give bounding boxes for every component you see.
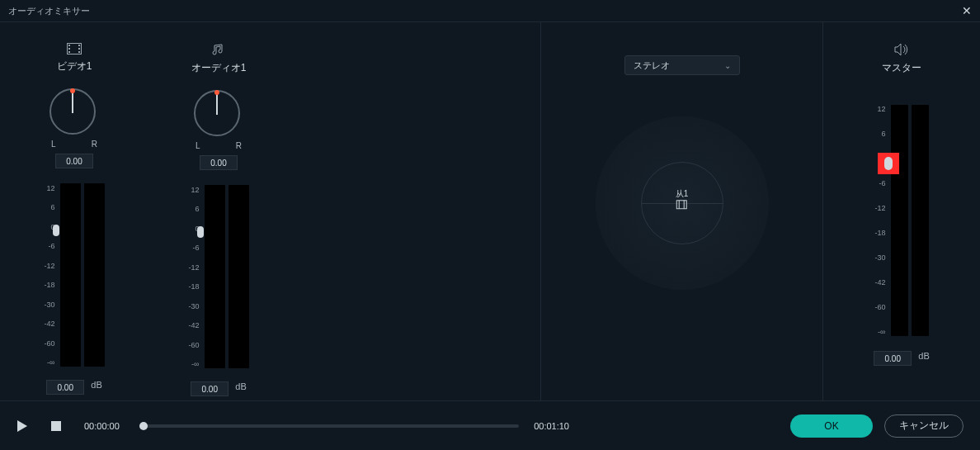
db-unit: dB: [918, 351, 929, 361]
master-meter-right: [912, 105, 929, 336]
svg-rect-6: [78, 51, 80, 53]
gain-slider[interactable]: [60, 183, 105, 367]
play-icon[interactable]: [16, 419, 28, 433]
pan-value[interactable]: 0.00: [55, 154, 93, 168]
channel-label: ビデオ1: [57, 59, 92, 73]
channel-label: オーディオ1: [191, 61, 247, 75]
db-unit: dB: [91, 380, 101, 390]
db-scale: 1260-6-12-18-30-42-60-∞: [44, 183, 54, 367]
playback-bar: 00:00:00 00:01:10 OK キャンセル: [0, 400, 980, 450]
db-scale: 1260-6-12-18-30-42-60-∞: [188, 185, 199, 368]
surround-field[interactable]: 从1: [596, 116, 769, 290]
surround-center-marker[interactable]: 从1: [676, 188, 689, 210]
meter-bar-right: [229, 185, 249, 368]
video-icon: [67, 43, 82, 54]
db-unit: dB: [235, 381, 246, 391]
stereo-dropdown[interactable]: ステレオ ⌄: [624, 55, 740, 75]
close-icon[interactable]: ✕: [962, 4, 972, 17]
meter-area: 1260-6-12-18-30-42-60-∞: [188, 185, 248, 368]
speaker-icon: [894, 43, 909, 56]
svg-rect-1: [68, 45, 70, 46]
channel-audio1: オーディオ1 LR 0.00 1260-6-12-18-30-42-60-∞ 0…: [169, 43, 268, 400]
chevron-down-icon: ⌄: [724, 61, 731, 70]
pan-lr-labels: LR: [196, 141, 242, 150]
progress-bar[interactable]: [139, 424, 519, 428]
master-meter-left: [891, 105, 908, 336]
channels-pane: ビデオ1 LR 0.00 1260-6-12-18-30-42-60-∞ 0.0…: [0, 22, 541, 400]
time-total: 00:01:10: [534, 421, 569, 431]
meter-area: 1260-6-12-18-30-42-60-∞: [44, 183, 104, 367]
gain-value[interactable]: 0.00: [191, 381, 229, 396]
meter-bar-left: [60, 183, 81, 367]
pan-knob[interactable]: [194, 90, 243, 140]
stop-icon[interactable]: [51, 421, 61, 431]
progress-knob[interactable]: [139, 422, 148, 430]
svg-rect-4: [78, 45, 80, 46]
master-db-scale: 1260-6-12-18-30-42-60-∞: [874, 105, 885, 336]
surround-pane: ステレオ ⌄ 从1: [541, 22, 823, 400]
svg-rect-5: [78, 48, 80, 50]
cancel-button[interactable]: キャンセル: [884, 414, 964, 438]
master-slider-knob[interactable]: [884, 157, 893, 170]
ok-button[interactable]: OK: [790, 414, 873, 438]
music-icon: [212, 43, 225, 56]
gain-value[interactable]: 0.00: [46, 380, 84, 395]
meter-bar-right: [84, 183, 105, 367]
meter-bar-left: [205, 185, 225, 368]
svg-rect-10: [51, 421, 61, 431]
channel-video1: ビデオ1 LR 0.00 1260-6-12-18-30-42-60-∞ 0.0…: [25, 43, 124, 400]
master-slider[interactable]: [891, 105, 929, 336]
window-title: オーディオミキサー: [8, 5, 90, 17]
slider-knob[interactable]: [53, 225, 59, 236]
pan-knob[interactable]: [49, 88, 99, 138]
svg-rect-2: [68, 48, 70, 50]
main-area: ビデオ1 LR 0.00 1260-6-12-18-30-42-60-∞ 0.0…: [0, 21, 980, 400]
svg-rect-3: [68, 51, 70, 53]
pan-lr-labels: LR: [51, 140, 97, 149]
slider-knob[interactable]: [197, 226, 204, 238]
master-label: マスター: [882, 61, 921, 75]
marker-icon: [676, 200, 687, 210]
master-knob-highlight[interactable]: [878, 153, 899, 174]
dropdown-selected: ステレオ: [634, 59, 670, 72]
gain-slider[interactable]: [205, 185, 249, 368]
master-pane: マスター 1260-6-12-18-30-42-60-∞ 0.00 dB: [823, 22, 980, 400]
titlebar: オーディオミキサー ✕: [0, 0, 980, 21]
master-gain-value[interactable]: 0.00: [874, 351, 912, 366]
time-current: 00:00:00: [84, 421, 120, 431]
pan-value[interactable]: 0.00: [200, 155, 238, 170]
svg-rect-7: [676, 201, 686, 209]
